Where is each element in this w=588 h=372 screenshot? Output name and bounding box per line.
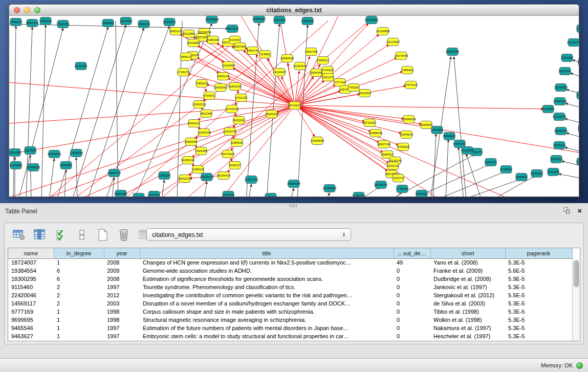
table-row[interactable]: 946362711997Embryonic stem cells: a mode… bbox=[8, 332, 572, 340]
graph-edge[interactable] bbox=[112, 178, 114, 196]
graph-node[interactable]: 8454749 bbox=[247, 47, 259, 55]
graph-node[interactable]: 1671532 bbox=[148, 191, 160, 197]
graph-edge[interactable] bbox=[57, 27, 108, 196]
graph-node[interactable]: 8960123 bbox=[169, 28, 182, 35]
graph-edge[interactable] bbox=[9, 105, 295, 154]
graph-edge[interactable] bbox=[295, 105, 383, 152]
graph-node[interactable]: 7955812 bbox=[317, 57, 329, 64]
graph-node[interactable]: 16252946 bbox=[293, 62, 307, 70]
new-document-icon[interactable] bbox=[96, 228, 110, 242]
table-scrollbar[interactable] bbox=[572, 259, 580, 341]
graph-edge[interactable] bbox=[149, 105, 295, 196]
graph-node[interactable]: 18300295 bbox=[265, 111, 279, 118]
graph-node[interactable]: 13942757 bbox=[107, 169, 121, 177]
close-panel-icon[interactable]: × bbox=[577, 207, 582, 214]
table-row[interactable]: 969969511998Structural magnetic resonanc… bbox=[8, 316, 572, 324]
graph-node[interactable]: 10471506 bbox=[221, 150, 235, 158]
select-all-icon[interactable] bbox=[54, 228, 68, 242]
graph-node[interactable]: 9904448 bbox=[310, 69, 322, 77]
graph-edge[interactable] bbox=[461, 180, 519, 196]
graph-node[interactable]: 9154721 bbox=[485, 159, 497, 166]
graph-node[interactable]: 6734028 bbox=[321, 67, 334, 74]
delete-icon[interactable] bbox=[117, 228, 131, 242]
graph-node[interactable]: 9188105 bbox=[192, 166, 204, 173]
graph-node[interactable]: 1733426 bbox=[396, 185, 408, 193]
graph-node[interactable]: 1241035 bbox=[547, 168, 559, 176]
graph-node[interactable]: 16210643 bbox=[553, 113, 567, 121]
memory-status-icon[interactable] bbox=[576, 362, 583, 369]
graph-node[interactable]: 8924531 bbox=[416, 190, 428, 197]
graph-edge[interactable] bbox=[446, 140, 448, 196]
graph-edge[interactable] bbox=[41, 25, 46, 196]
graph-node[interactable]: 16543862 bbox=[187, 39, 201, 47]
graph-edge[interactable] bbox=[466, 154, 482, 196]
column-header-year[interactable]: year bbox=[104, 248, 140, 258]
graph-node[interactable]: 7635403 bbox=[265, 193, 277, 197]
table-select-dropdown[interactable]: citations_edges.txt ▲▼ bbox=[146, 228, 351, 241]
table-row[interactable]: 977716911998Corpus callosum shape and si… bbox=[8, 308, 572, 316]
graph-node[interactable]: 9699695 bbox=[420, 121, 432, 129]
graph-node[interactable]: 26157682 bbox=[365, 16, 379, 24]
graph-node[interactable]: 12213967 bbox=[386, 38, 400, 46]
graph-edge[interactable] bbox=[159, 21, 369, 196]
graph-node[interactable]: 1277403 bbox=[578, 58, 579, 66]
graph-edge[interactable] bbox=[295, 105, 315, 137]
graph-node[interactable]: 16154808 bbox=[376, 28, 390, 35]
graph-node[interactable]: 16905561 bbox=[214, 84, 228, 92]
graph-node[interactable]: 1102601 bbox=[578, 125, 579, 133]
graph-node[interactable]: 252274 bbox=[393, 174, 404, 182]
close-window-icon[interactable] bbox=[14, 7, 20, 13]
graph-node[interactable]: 2633190 bbox=[75, 62, 87, 70]
table-row[interactable]: 946554611997Estimation of the future num… bbox=[8, 324, 572, 332]
graph-node[interactable]: 9975887 bbox=[60, 162, 72, 169]
graph-node[interactable]: 19384554 bbox=[402, 116, 416, 123]
graph-edge[interactable] bbox=[571, 73, 579, 79]
graph-node[interactable]: 1621072 bbox=[322, 74, 334, 81]
graph-edge[interactable] bbox=[77, 105, 295, 196]
network-canvas[interactable]: 1696037986274410340291534036108524513211… bbox=[9, 16, 579, 196]
graph-node[interactable]: 13384594 bbox=[311, 137, 324, 145]
graph-edge[interactable] bbox=[204, 182, 207, 196]
column-header-pagerank[interactable]: pagerank bbox=[505, 248, 572, 258]
graph-node[interactable]: 1640954 bbox=[431, 126, 443, 134]
column-settings-icon[interactable] bbox=[33, 228, 47, 242]
graph-node[interactable]: 8215955 bbox=[542, 105, 554, 113]
graph-node[interactable]: 1021453 bbox=[133, 193, 145, 197]
graph-node[interactable]: 20206576 bbox=[48, 150, 61, 158]
graph-edge[interactable] bbox=[13, 26, 16, 196]
graph-node[interactable]: 11568659 bbox=[27, 164, 40, 171]
table-row[interactable]: 1830029562008Estimation of significance … bbox=[8, 275, 572, 283]
graph-edge[interactable] bbox=[565, 119, 579, 125]
graph-node[interactable]: 1145194 bbox=[159, 172, 171, 180]
graph-node[interactable]: 1210352 bbox=[576, 158, 579, 166]
graph-node[interactable]: 1443527 bbox=[576, 92, 579, 99]
table-row[interactable]: 911546021997Tourette syndrome. Phenomeno… bbox=[8, 283, 572, 291]
graph-edge[interactable] bbox=[492, 176, 535, 196]
graph-node[interactable]: 17359324 bbox=[70, 149, 83, 157]
graph-node[interactable]: 10973493 bbox=[395, 52, 408, 60]
graph-node[interactable]: 13020427 bbox=[273, 69, 287, 76]
graph-node[interactable]: 14702039 bbox=[225, 105, 239, 113]
column-header-name[interactable]: name bbox=[8, 248, 54, 258]
graph-node[interactable]: 8912955 bbox=[183, 30, 195, 38]
column-header-short[interactable]: short bbox=[430, 248, 505, 258]
graph-svg[interactable]: 1696037986274410340291534036108524513211… bbox=[9, 16, 579, 196]
graph-node[interactable]: 17975115 bbox=[404, 81, 418, 89]
graph-edge[interactable] bbox=[459, 147, 464, 196]
graph-edge[interactable] bbox=[76, 158, 77, 196]
graph-node[interactable]: 13654923 bbox=[400, 131, 413, 139]
graph-edge[interactable] bbox=[567, 133, 579, 139]
graph-node[interactable]: 9777169 bbox=[334, 79, 346, 86]
graph-edge[interactable] bbox=[177, 21, 182, 196]
graph-node[interactable]: 7891224 bbox=[138, 20, 150, 28]
graph-node[interactable]: 8622061 bbox=[233, 117, 245, 124]
graph-node[interactable]: 15720407 bbox=[363, 119, 377, 127]
graph-node[interactable]: 9227341 bbox=[559, 68, 571, 75]
graph-node[interactable]: 18607249 bbox=[377, 141, 391, 148]
graph-node[interactable]: 7583919 bbox=[195, 80, 208, 87]
graph-node[interactable]: 1034029 bbox=[39, 17, 52, 25]
graph-node[interactable]: 1696037 bbox=[10, 18, 22, 26]
graph-node[interactable]: 1085245 bbox=[102, 19, 114, 27]
graph-node[interactable]: 12915736 bbox=[223, 128, 237, 136]
table-row[interactable]: 1938455462009Genome-wide association stu… bbox=[8, 267, 572, 275]
